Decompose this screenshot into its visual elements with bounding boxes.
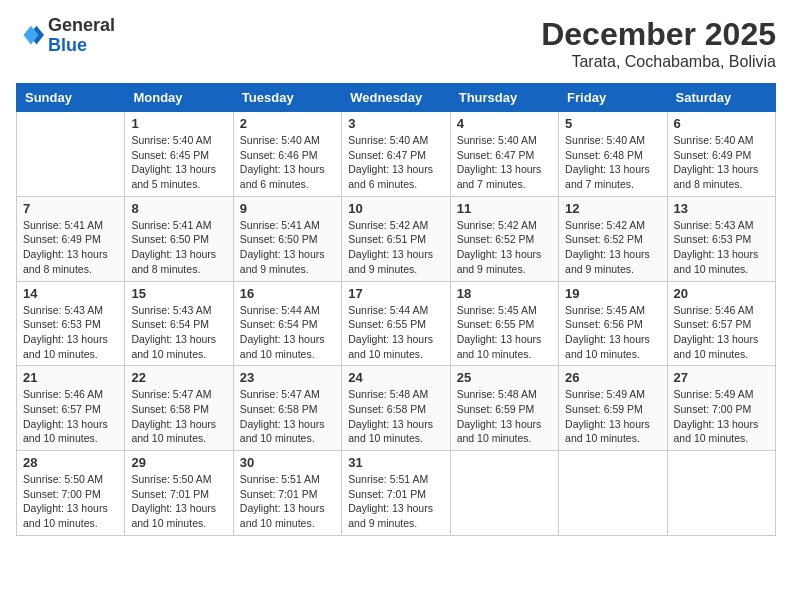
day-number: 27 bbox=[674, 370, 769, 385]
day-cell: 6Sunrise: 5:40 AMSunset: 6:49 PMDaylight… bbox=[667, 112, 775, 197]
day-number: 24 bbox=[348, 370, 443, 385]
day-number: 31 bbox=[348, 455, 443, 470]
day-number: 4 bbox=[457, 116, 552, 131]
day-cell: 21Sunrise: 5:46 AMSunset: 6:57 PMDayligh… bbox=[17, 366, 125, 451]
day-cell: 20Sunrise: 5:46 AMSunset: 6:57 PMDayligh… bbox=[667, 281, 775, 366]
day-number: 25 bbox=[457, 370, 552, 385]
day-info: Sunrise: 5:45 AMSunset: 6:56 PMDaylight:… bbox=[565, 303, 660, 362]
day-number: 1 bbox=[131, 116, 226, 131]
day-cell: 31Sunrise: 5:51 AMSunset: 7:01 PMDayligh… bbox=[342, 451, 450, 536]
header-cell-monday: Monday bbox=[125, 84, 233, 112]
day-number: 7 bbox=[23, 201, 118, 216]
header-cell-tuesday: Tuesday bbox=[233, 84, 341, 112]
day-cell: 4Sunrise: 5:40 AMSunset: 6:47 PMDaylight… bbox=[450, 112, 558, 197]
day-cell: 28Sunrise: 5:50 AMSunset: 7:00 PMDayligh… bbox=[17, 451, 125, 536]
day-cell bbox=[667, 451, 775, 536]
day-info: Sunrise: 5:40 AMSunset: 6:49 PMDaylight:… bbox=[674, 133, 769, 192]
day-info: Sunrise: 5:42 AMSunset: 6:52 PMDaylight:… bbox=[457, 218, 552, 277]
day-cell: 25Sunrise: 5:48 AMSunset: 6:59 PMDayligh… bbox=[450, 366, 558, 451]
day-cell: 16Sunrise: 5:44 AMSunset: 6:54 PMDayligh… bbox=[233, 281, 341, 366]
day-number: 15 bbox=[131, 286, 226, 301]
day-cell: 15Sunrise: 5:43 AMSunset: 6:54 PMDayligh… bbox=[125, 281, 233, 366]
day-cell: 26Sunrise: 5:49 AMSunset: 6:59 PMDayligh… bbox=[559, 366, 667, 451]
week-row-1: 1Sunrise: 5:40 AMSunset: 6:45 PMDaylight… bbox=[17, 112, 776, 197]
day-cell: 2Sunrise: 5:40 AMSunset: 6:46 PMDaylight… bbox=[233, 112, 341, 197]
day-number: 23 bbox=[240, 370, 335, 385]
day-number: 19 bbox=[565, 286, 660, 301]
header-cell-saturday: Saturday bbox=[667, 84, 775, 112]
day-info: Sunrise: 5:48 AMSunset: 6:58 PMDaylight:… bbox=[348, 387, 443, 446]
header-row: SundayMondayTuesdayWednesdayThursdayFrid… bbox=[17, 84, 776, 112]
day-cell: 30Sunrise: 5:51 AMSunset: 7:01 PMDayligh… bbox=[233, 451, 341, 536]
day-info: Sunrise: 5:49 AMSunset: 7:00 PMDaylight:… bbox=[674, 387, 769, 446]
logo-icon bbox=[16, 22, 44, 50]
day-cell: 8Sunrise: 5:41 AMSunset: 6:50 PMDaylight… bbox=[125, 196, 233, 281]
day-info: Sunrise: 5:51 AMSunset: 7:01 PMDaylight:… bbox=[240, 472, 335, 531]
day-number: 26 bbox=[565, 370, 660, 385]
day-cell: 10Sunrise: 5:42 AMSunset: 6:51 PMDayligh… bbox=[342, 196, 450, 281]
week-row-4: 21Sunrise: 5:46 AMSunset: 6:57 PMDayligh… bbox=[17, 366, 776, 451]
day-number: 21 bbox=[23, 370, 118, 385]
day-cell: 17Sunrise: 5:44 AMSunset: 6:55 PMDayligh… bbox=[342, 281, 450, 366]
day-info: Sunrise: 5:43 AMSunset: 6:53 PMDaylight:… bbox=[674, 218, 769, 277]
day-number: 29 bbox=[131, 455, 226, 470]
day-number: 16 bbox=[240, 286, 335, 301]
day-cell bbox=[559, 451, 667, 536]
day-info: Sunrise: 5:43 AMSunset: 6:53 PMDaylight:… bbox=[23, 303, 118, 362]
header-cell-wednesday: Wednesday bbox=[342, 84, 450, 112]
day-cell: 11Sunrise: 5:42 AMSunset: 6:52 PMDayligh… bbox=[450, 196, 558, 281]
week-row-5: 28Sunrise: 5:50 AMSunset: 7:00 PMDayligh… bbox=[17, 451, 776, 536]
day-number: 8 bbox=[131, 201, 226, 216]
day-cell: 24Sunrise: 5:48 AMSunset: 6:58 PMDayligh… bbox=[342, 366, 450, 451]
day-cell bbox=[450, 451, 558, 536]
header-cell-friday: Friday bbox=[559, 84, 667, 112]
day-info: Sunrise: 5:40 AMSunset: 6:45 PMDaylight:… bbox=[131, 133, 226, 192]
page-header: General Blue December 2025 Tarata, Cocha… bbox=[16, 16, 776, 71]
day-number: 30 bbox=[240, 455, 335, 470]
header-cell-sunday: Sunday bbox=[17, 84, 125, 112]
day-info: Sunrise: 5:49 AMSunset: 6:59 PMDaylight:… bbox=[565, 387, 660, 446]
day-number: 20 bbox=[674, 286, 769, 301]
day-cell: 12Sunrise: 5:42 AMSunset: 6:52 PMDayligh… bbox=[559, 196, 667, 281]
day-info: Sunrise: 5:40 AMSunset: 6:47 PMDaylight:… bbox=[348, 133, 443, 192]
day-number: 3 bbox=[348, 116, 443, 131]
day-number: 22 bbox=[131, 370, 226, 385]
day-info: Sunrise: 5:40 AMSunset: 6:48 PMDaylight:… bbox=[565, 133, 660, 192]
day-cell: 29Sunrise: 5:50 AMSunset: 7:01 PMDayligh… bbox=[125, 451, 233, 536]
day-info: Sunrise: 5:50 AMSunset: 7:00 PMDaylight:… bbox=[23, 472, 118, 531]
day-info: Sunrise: 5:40 AMSunset: 6:47 PMDaylight:… bbox=[457, 133, 552, 192]
day-cell: 27Sunrise: 5:49 AMSunset: 7:00 PMDayligh… bbox=[667, 366, 775, 451]
day-number: 18 bbox=[457, 286, 552, 301]
day-cell: 1Sunrise: 5:40 AMSunset: 6:45 PMDaylight… bbox=[125, 112, 233, 197]
logo: General Blue bbox=[16, 16, 115, 56]
title-area: December 2025 Tarata, Cochabamba, Bolivi… bbox=[541, 16, 776, 71]
day-info: Sunrise: 5:48 AMSunset: 6:59 PMDaylight:… bbox=[457, 387, 552, 446]
logo-text: General Blue bbox=[48, 16, 115, 56]
day-info: Sunrise: 5:41 AMSunset: 6:50 PMDaylight:… bbox=[131, 218, 226, 277]
day-info: Sunrise: 5:46 AMSunset: 6:57 PMDaylight:… bbox=[23, 387, 118, 446]
day-info: Sunrise: 5:45 AMSunset: 6:55 PMDaylight:… bbox=[457, 303, 552, 362]
day-info: Sunrise: 5:47 AMSunset: 6:58 PMDaylight:… bbox=[240, 387, 335, 446]
location-title: Tarata, Cochabamba, Bolivia bbox=[541, 53, 776, 71]
day-cell: 22Sunrise: 5:47 AMSunset: 6:58 PMDayligh… bbox=[125, 366, 233, 451]
day-cell bbox=[17, 112, 125, 197]
day-info: Sunrise: 5:40 AMSunset: 6:46 PMDaylight:… bbox=[240, 133, 335, 192]
day-info: Sunrise: 5:51 AMSunset: 7:01 PMDaylight:… bbox=[348, 472, 443, 531]
header-cell-thursday: Thursday bbox=[450, 84, 558, 112]
day-cell: 18Sunrise: 5:45 AMSunset: 6:55 PMDayligh… bbox=[450, 281, 558, 366]
calendar-table: SundayMondayTuesdayWednesdayThursdayFrid… bbox=[16, 83, 776, 536]
day-info: Sunrise: 5:43 AMSunset: 6:54 PMDaylight:… bbox=[131, 303, 226, 362]
month-title: December 2025 bbox=[541, 16, 776, 53]
day-cell: 5Sunrise: 5:40 AMSunset: 6:48 PMDaylight… bbox=[559, 112, 667, 197]
day-number: 17 bbox=[348, 286, 443, 301]
week-row-2: 7Sunrise: 5:41 AMSunset: 6:49 PMDaylight… bbox=[17, 196, 776, 281]
day-cell: 14Sunrise: 5:43 AMSunset: 6:53 PMDayligh… bbox=[17, 281, 125, 366]
day-info: Sunrise: 5:44 AMSunset: 6:54 PMDaylight:… bbox=[240, 303, 335, 362]
day-number: 5 bbox=[565, 116, 660, 131]
day-info: Sunrise: 5:47 AMSunset: 6:58 PMDaylight:… bbox=[131, 387, 226, 446]
day-number: 10 bbox=[348, 201, 443, 216]
day-cell: 7Sunrise: 5:41 AMSunset: 6:49 PMDaylight… bbox=[17, 196, 125, 281]
day-cell: 3Sunrise: 5:40 AMSunset: 6:47 PMDaylight… bbox=[342, 112, 450, 197]
day-info: Sunrise: 5:46 AMSunset: 6:57 PMDaylight:… bbox=[674, 303, 769, 362]
day-number: 2 bbox=[240, 116, 335, 131]
